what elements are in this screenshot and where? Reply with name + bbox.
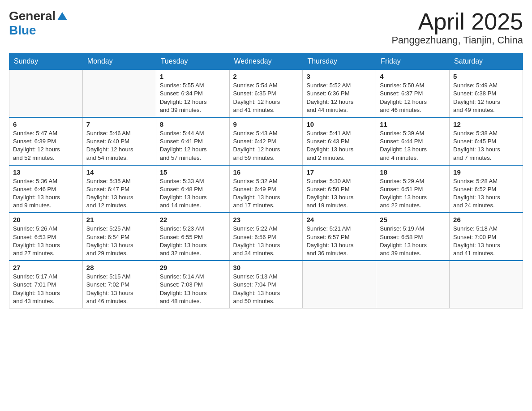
- weekday-header-tuesday: Tuesday: [156, 54, 229, 70]
- calendar-cell: 1Sunrise: 5:55 AM Sunset: 6:34 PM Daylig…: [156, 69, 229, 117]
- week-row-2: 6Sunrise: 5:47 AM Sunset: 6:39 PM Daylig…: [9, 117, 523, 165]
- calendar-cell: 11Sunrise: 5:39 AM Sunset: 6:44 PM Dayli…: [376, 117, 450, 165]
- calendar-subtitle: Panggezhuang, Tianjin, China: [391, 34, 523, 46]
- day-number: 1: [160, 73, 226, 80]
- day-number: 3: [306, 73, 372, 80]
- calendar-cell: [450, 261, 523, 308]
- calendar-cell: 18Sunrise: 5:29 AM Sunset: 6:51 PM Dayli…: [376, 165, 450, 213]
- calendar-cell: [376, 261, 450, 308]
- day-info: Sunrise: 5:25 AM Sunset: 6:54 PM Dayligh…: [86, 225, 152, 257]
- calendar-cell: 10Sunrise: 5:41 AM Sunset: 6:43 PM Dayli…: [303, 117, 376, 165]
- day-info: Sunrise: 5:19 AM Sunset: 6:58 PM Dayligh…: [380, 225, 446, 257]
- day-number: 22: [160, 216, 226, 223]
- weekday-header-saturday: Saturday: [450, 54, 523, 70]
- svg-marker-0: [57, 12, 67, 20]
- title-section: April 2025 Panggezhuang, Tianjin, China: [391, 9, 523, 46]
- day-info: Sunrise: 5:54 AM Sunset: 6:35 PM Dayligh…: [233, 81, 299, 114]
- day-number: 30: [233, 264, 299, 271]
- day-number: 18: [380, 168, 446, 176]
- day-number: 26: [453, 216, 519, 223]
- day-info: Sunrise: 5:18 AM Sunset: 7:00 PM Dayligh…: [453, 225, 519, 257]
- calendar-cell: 6Sunrise: 5:47 AM Sunset: 6:39 PM Daylig…: [9, 117, 83, 165]
- day-info: Sunrise: 5:26 AM Sunset: 6:53 PM Dayligh…: [13, 225, 79, 257]
- day-info: Sunrise: 5:55 AM Sunset: 6:34 PM Dayligh…: [160, 81, 226, 114]
- page-header: General Blue April 2025 Panggezhuang, Ti…: [9, 9, 523, 46]
- day-info: Sunrise: 5:52 AM Sunset: 6:36 PM Dayligh…: [306, 81, 372, 114]
- day-info: Sunrise: 5:44 AM Sunset: 6:41 PM Dayligh…: [160, 129, 226, 162]
- calendar-cell: 12Sunrise: 5:38 AM Sunset: 6:45 PM Dayli…: [450, 117, 523, 165]
- day-number: 23: [233, 216, 299, 223]
- weekday-header-sunday: Sunday: [9, 54, 83, 70]
- day-number: 21: [86, 216, 152, 223]
- calendar-cell: [303, 261, 376, 308]
- day-info: Sunrise: 5:47 AM Sunset: 6:39 PM Dayligh…: [13, 129, 79, 162]
- weekday-header-monday: Monday: [82, 54, 156, 70]
- day-info: Sunrise: 5:32 AM Sunset: 6:49 PM Dayligh…: [233, 177, 299, 210]
- day-number: 10: [306, 120, 372, 128]
- day-info: Sunrise: 5:38 AM Sunset: 6:45 PM Dayligh…: [453, 129, 519, 162]
- calendar-cell: [9, 69, 83, 117]
- day-info: Sunrise: 5:13 AM Sunset: 7:04 PM Dayligh…: [233, 273, 299, 305]
- logo-triangle-icon: [57, 12, 67, 20]
- calendar-cell: 17Sunrise: 5:30 AM Sunset: 6:50 PM Dayli…: [303, 165, 376, 213]
- day-info: Sunrise: 5:15 AM Sunset: 7:02 PM Dayligh…: [86, 273, 152, 305]
- day-number: 29: [160, 264, 226, 271]
- calendar-title: April 2025: [391, 9, 523, 34]
- day-number: 4: [380, 73, 446, 80]
- week-row-1: 1Sunrise: 5:55 AM Sunset: 6:34 PM Daylig…: [9, 69, 523, 117]
- day-number: 9: [233, 120, 299, 128]
- calendar-cell: 16Sunrise: 5:32 AM Sunset: 6:49 PM Dayli…: [229, 165, 303, 213]
- day-number: 12: [453, 120, 519, 128]
- calendar-cell: 21Sunrise: 5:25 AM Sunset: 6:54 PM Dayli…: [82, 213, 156, 261]
- weekday-header-row: SundayMondayTuesdayWednesdayThursdayFrid…: [9, 54, 523, 70]
- calendar-cell: 22Sunrise: 5:23 AM Sunset: 6:55 PM Dayli…: [156, 213, 229, 261]
- week-row-5: 27Sunrise: 5:17 AM Sunset: 7:01 PM Dayli…: [9, 261, 523, 308]
- calendar-cell: 14Sunrise: 5:35 AM Sunset: 6:47 PM Dayli…: [82, 165, 156, 213]
- day-info: Sunrise: 5:33 AM Sunset: 6:48 PM Dayligh…: [160, 177, 226, 210]
- day-info: Sunrise: 5:49 AM Sunset: 6:38 PM Dayligh…: [453, 81, 519, 114]
- day-number: 17: [306, 168, 372, 176]
- day-info: Sunrise: 5:17 AM Sunset: 7:01 PM Dayligh…: [13, 273, 79, 305]
- day-info: Sunrise: 5:41 AM Sunset: 6:43 PM Dayligh…: [306, 129, 372, 162]
- day-info: Sunrise: 5:46 AM Sunset: 6:40 PM Dayligh…: [86, 129, 152, 162]
- calendar-cell: 7Sunrise: 5:46 AM Sunset: 6:40 PM Daylig…: [82, 117, 156, 165]
- week-row-3: 13Sunrise: 5:36 AM Sunset: 6:46 PM Dayli…: [9, 165, 523, 213]
- calendar-cell: 29Sunrise: 5:14 AM Sunset: 7:03 PM Dayli…: [156, 261, 229, 308]
- calendar-cell: 15Sunrise: 5:33 AM Sunset: 6:48 PM Dayli…: [156, 165, 229, 213]
- calendar-cell: 2Sunrise: 5:54 AM Sunset: 6:35 PM Daylig…: [229, 69, 303, 117]
- logo-blue-text: Blue: [9, 23, 67, 38]
- logo: General Blue: [9, 9, 67, 38]
- weekday-header-thursday: Thursday: [303, 54, 376, 70]
- day-info: Sunrise: 5:35 AM Sunset: 6:47 PM Dayligh…: [86, 177, 152, 210]
- day-number: 6: [13, 120, 79, 128]
- day-number: 16: [233, 168, 299, 176]
- calendar-cell: 4Sunrise: 5:50 AM Sunset: 6:37 PM Daylig…: [376, 69, 450, 117]
- calendar-cell: 24Sunrise: 5:21 AM Sunset: 6:57 PM Dayli…: [303, 213, 376, 261]
- day-info: Sunrise: 5:29 AM Sunset: 6:51 PM Dayligh…: [380, 177, 446, 210]
- calendar-cell: 25Sunrise: 5:19 AM Sunset: 6:58 PM Dayli…: [376, 213, 450, 261]
- logo-general-text: General: [9, 9, 56, 23]
- day-number: 5: [453, 73, 519, 80]
- calendar-cell: 9Sunrise: 5:43 AM Sunset: 6:42 PM Daylig…: [229, 117, 303, 165]
- day-number: 14: [86, 168, 152, 176]
- calendar-cell: 5Sunrise: 5:49 AM Sunset: 6:38 PM Daylig…: [450, 69, 523, 117]
- calendar-cell: 28Sunrise: 5:15 AM Sunset: 7:02 PM Dayli…: [82, 261, 156, 308]
- calendar-cell: 3Sunrise: 5:52 AM Sunset: 6:36 PM Daylig…: [303, 69, 376, 117]
- day-number: 8: [160, 120, 226, 128]
- day-info: Sunrise: 5:14 AM Sunset: 7:03 PM Dayligh…: [160, 273, 226, 305]
- day-number: 2: [233, 73, 299, 80]
- calendar-table: SundayMondayTuesdayWednesdayThursdayFrid…: [9, 53, 523, 308]
- day-info: Sunrise: 5:22 AM Sunset: 6:56 PM Dayligh…: [233, 225, 299, 257]
- day-info: Sunrise: 5:36 AM Sunset: 6:46 PM Dayligh…: [13, 177, 79, 210]
- calendar-cell: 23Sunrise: 5:22 AM Sunset: 6:56 PM Dayli…: [229, 213, 303, 261]
- day-number: 19: [453, 168, 519, 176]
- day-number: 25: [380, 216, 446, 223]
- calendar-cell: 19Sunrise: 5:28 AM Sunset: 6:52 PM Dayli…: [450, 165, 523, 213]
- day-info: Sunrise: 5:50 AM Sunset: 6:37 PM Dayligh…: [380, 81, 446, 114]
- day-number: 13: [13, 168, 79, 176]
- calendar-cell: 20Sunrise: 5:26 AM Sunset: 6:53 PM Dayli…: [9, 213, 83, 261]
- day-number: 28: [86, 264, 152, 271]
- day-info: Sunrise: 5:39 AM Sunset: 6:44 PM Dayligh…: [380, 129, 446, 162]
- weekday-header-friday: Friday: [376, 54, 450, 70]
- day-number: 24: [306, 216, 372, 223]
